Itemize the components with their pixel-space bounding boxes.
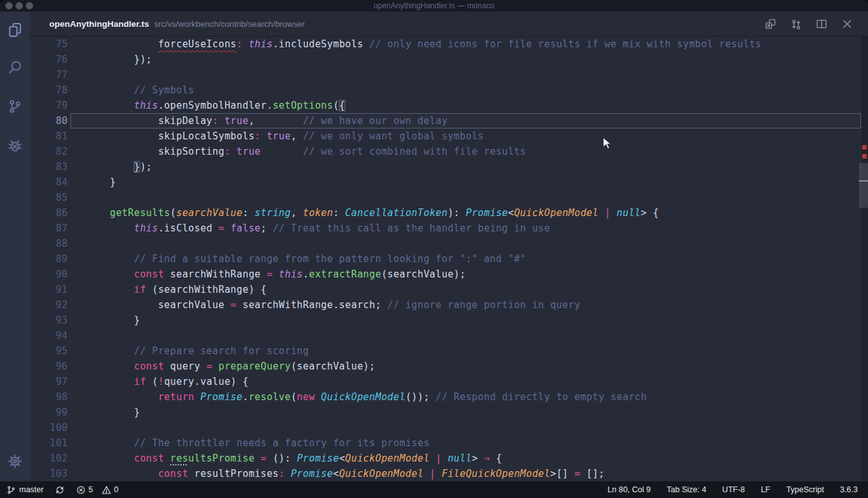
code-line[interactable]: 101 // The throttler needs a factory for… [30, 435, 868, 451]
git-branch-item[interactable]: master [6, 485, 43, 495]
line-number[interactable]: 87 [30, 221, 68, 236]
source-control-icon[interactable] [7, 98, 23, 114]
code-line[interactable]: 102 const resultsPromise = (): Promise<Q… [30, 451, 868, 466]
line-number[interactable]: 97 [30, 374, 68, 389]
close-editor-icon[interactable] [842, 19, 853, 29]
line-number[interactable]: 95 [30, 343, 68, 359]
line-number[interactable]: 77 [30, 67, 68, 82]
code-line[interactable]: 77 [30, 67, 868, 82]
code-token: this [279, 268, 303, 280]
code-token: : [237, 38, 242, 50]
split-editor-icon[interactable] [816, 19, 827, 29]
line-number[interactable]: 98 [30, 389, 68, 405]
code-token [599, 207, 604, 219]
compare-changes-icon[interactable] [791, 19, 801, 29]
line-number[interactable]: 102 [30, 451, 68, 466]
code-line[interactable]: 96 const query = prepareQuery(searchValu… [30, 359, 868, 374]
code-line[interactable]: 78 // Symbols [30, 82, 868, 98]
line-number[interactable]: 84 [30, 175, 68, 190]
line-number[interactable]: 92 [30, 297, 68, 313]
open-changes-icon[interactable] [765, 19, 776, 29]
code-line[interactable]: 86 getResults(searchValue: string, token… [30, 205, 868, 221]
explorer-icon[interactable] [7, 22, 23, 38]
code-line[interactable]: 76 }); [30, 52, 868, 67]
code-line[interactable]: 97 if (!query.value) { [30, 374, 868, 389]
line-number[interactable]: 80 [30, 113, 68, 128]
code-line[interactable]: 80 skipDelay: true, // we have our own d… [30, 113, 868, 128]
status-cursor-position[interactable]: Ln 80, Col 9 [608, 485, 651, 494]
breadcrumb-path[interactable]: src/vs/workbench/contrib/search/browser [154, 19, 305, 29]
line-number[interactable]: 83 [30, 159, 68, 175]
code-line[interactable]: 89 // Find a suitable range from the pat… [30, 251, 868, 267]
status-eol[interactable]: LF [761, 485, 771, 494]
code-line[interactable]: 92 searchValue = searchWithRange.search;… [30, 297, 868, 313]
status-bar: master 5 [0, 481, 868, 498]
code-token: Promise [291, 468, 333, 479]
line-number[interactable]: 101 [30, 435, 68, 451]
line-number[interactable]: 91 [30, 282, 68, 297]
line-number[interactable]: 79 [30, 98, 68, 113]
open-file-name[interactable]: openAnythingHandler.ts [49, 19, 149, 29]
status-bar-left: master 5 [0, 485, 118, 495]
code-token: : [255, 130, 260, 142]
status-ts-version[interactable]: 3.6.3 [840, 485, 858, 494]
code-line[interactable]: 93 } [30, 313, 868, 328]
code-line[interactable]: 88 [30, 236, 868, 251]
code-line[interactable]: 94 [30, 328, 868, 343]
line-number[interactable]: 78 [30, 82, 68, 98]
code-line[interactable]: 99 } [30, 405, 868, 420]
line-number[interactable]: 89 [30, 251, 68, 267]
code-token [86, 468, 158, 479]
code-line[interactable]: 83 }); [30, 159, 868, 175]
search-icon[interactable] [7, 59, 23, 75]
code-line[interactable]: 79 this.openSymbolHandler.setOptions({ [30, 98, 868, 113]
settings-gear-icon[interactable] [7, 453, 23, 469]
line-number[interactable]: 86 [30, 205, 68, 221]
code-line[interactable]: 82 skipSorting: true // we sort combined… [30, 144, 868, 159]
status-bar-right: Ln 80, Col 9Tab Size: 4UTF-8LFTypeScript… [608, 485, 868, 494]
code-line[interactable]: 87 this.isClosed = false; // Treat this … [30, 221, 868, 236]
code-token: } [134, 161, 139, 173]
code-token [285, 468, 290, 479]
line-number[interactable]: 76 [30, 52, 68, 67]
debug-icon[interactable] [7, 137, 23, 153]
code-token: > [472, 453, 484, 464]
line-number[interactable]: 94 [30, 328, 68, 343]
code-line[interactable]: 75 forceUseIcons: this.includeSymbols //… [30, 36, 868, 52]
status-tab-size[interactable]: Tab Size: 4 [667, 485, 706, 494]
problems-indicator[interactable]: 5 0 [76, 485, 118, 495]
code-token [242, 38, 248, 50]
line-number[interactable]: 81 [30, 128, 68, 144]
code-line[interactable]: 100 [30, 420, 868, 435]
code-line[interactable]: 103 const resultPromises: Promise<QuickO… [30, 466, 868, 481]
code-line[interactable]: 90 const searchWithRange = this.extractR… [30, 267, 868, 282]
status-language-mode[interactable]: TypeScript [786, 485, 824, 494]
code-line[interactable]: 95 // Prepare search for scoring [30, 343, 868, 359]
code-line[interactable]: 98 return Promise.resolve(new QuickOpenM… [30, 389, 868, 405]
code-token: FileQuickOpenModel [441, 468, 550, 479]
activity-bar [0, 12, 30, 481]
line-number[interactable]: 90 [30, 267, 68, 282]
line-number[interactable]: 75 [30, 36, 68, 52]
line-number[interactable]: 103 [30, 466, 68, 481]
code-line[interactable]: 85 [30, 190, 868, 205]
line-number[interactable]: 100 [30, 420, 68, 435]
line-number[interactable]: 96 [30, 359, 68, 374]
code-text: forceUseIcons: this.includeSymbols // on… [86, 36, 761, 52]
code-line[interactable]: 81 skipLocalSymbols: true, // we only wa… [30, 128, 868, 144]
code-token: { [490, 453, 502, 464]
code-line[interactable]: 84 } [30, 175, 868, 190]
code-editor[interactable]: 75 forceUseIcons: this.includeSymbols //… [30, 36, 868, 481]
sync-button[interactable] [55, 485, 65, 495]
line-number[interactable]: 93 [30, 313, 68, 328]
code-line[interactable]: 91 if (searchWithRange) { [30, 282, 868, 297]
code-token: // only need icons for file results if w… [369, 38, 761, 50]
vertical-scrollbar-thumb[interactable] [859, 163, 868, 208]
code-token: true [267, 130, 291, 142]
line-number[interactable]: 88 [30, 236, 68, 251]
status-encoding[interactable]: UTF-8 [722, 485, 745, 494]
line-number[interactable]: 99 [30, 405, 68, 420]
line-number[interactable]: 82 [30, 144, 68, 159]
code-token: query [164, 361, 207, 372]
line-number[interactable]: 85 [30, 190, 68, 205]
